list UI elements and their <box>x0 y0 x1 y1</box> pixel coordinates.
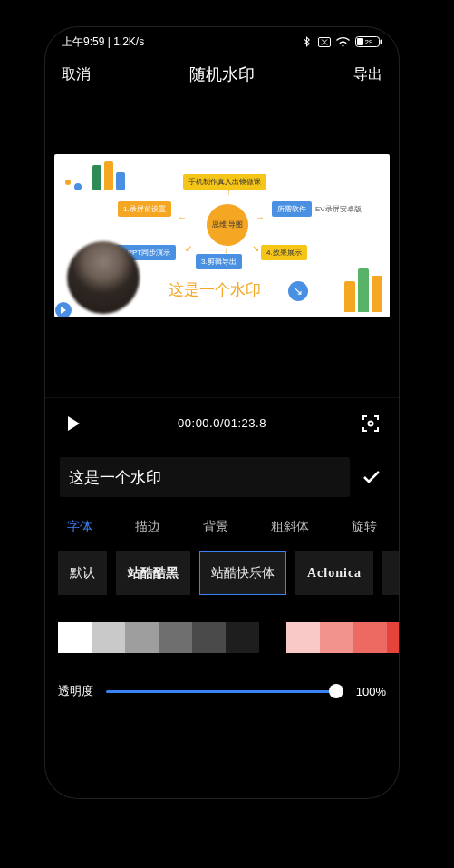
color-swatch[interactable] <box>192 622 226 653</box>
color-swatch[interactable] <box>320 622 353 653</box>
font-default[interactable]: 默认 <box>58 551 107 595</box>
watermark-text-input[interactable] <box>60 457 350 497</box>
color-palette <box>45 595 399 666</box>
font-zkkh[interactable]: 站酷酷黑 <box>116 551 190 595</box>
no-sim-icon <box>318 37 331 47</box>
color-swatch[interactable] <box>159 622 192 653</box>
tab-stroke[interactable]: 描边 <box>133 515 162 539</box>
confirm-button[interactable] <box>359 464 384 490</box>
nav-bar: 取消 随机水印 导出 <box>45 51 399 98</box>
mm-node: 4.效果展示 <box>261 245 307 260</box>
opacity-row: 透明度 100% <box>45 666 399 717</box>
color-swatch[interactable] <box>353 622 387 653</box>
tab-font[interactable]: 字体 <box>65 515 94 539</box>
mm-node: 所需软件 <box>272 201 312 217</box>
svg-rect-3 <box>357 38 363 45</box>
play-icon-small <box>55 302 72 317</box>
playback-time: 00:00.0/01:23.8 <box>178 416 266 430</box>
mm-node: 手机制作真人出镜微课 <box>183 174 266 190</box>
watermark-resize-handle[interactable]: ↘ <box>288 281 308 301</box>
mm-center: 思维 导图 <box>207 204 248 246</box>
opacity-label: 透明度 <box>58 683 93 699</box>
status-icons: 29 <box>304 36 382 47</box>
font-aclonica[interactable]: Aclonica <box>295 551 373 595</box>
play-button[interactable] <box>62 412 85 435</box>
avatar <box>67 241 140 314</box>
style-tabs: 字体 描边 背景 粗斜体 旋转 <box>45 506 399 551</box>
grayscale-swatches <box>58 622 259 653</box>
cancel-button[interactable]: 取消 <box>62 65 91 84</box>
svg-rect-2 <box>381 40 382 44</box>
export-button[interactable]: 导出 <box>353 65 382 84</box>
bluetooth-icon <box>304 36 313 47</box>
status-bar: 上午9:59 | 1.2K/s 29 <box>45 27 399 51</box>
mm-node: 1.录屏前设置 <box>118 201 171 217</box>
tab-background[interactable]: 背景 <box>201 515 230 539</box>
video-preview[interactable]: 手机制作真人出镜微课 1.录屏前设置 2.PPT同步演示 所需软件 4.效果展示… <box>45 98 399 397</box>
opacity-value: 100% <box>356 685 386 698</box>
decorative-bars <box>344 268 382 312</box>
watermark-input-row <box>45 448 399 506</box>
watermark-overlay[interactable]: 这是一个水印 <box>169 279 261 300</box>
fullscreen-button[interactable] <box>359 412 382 435</box>
tab-rotate[interactable]: 旋转 <box>350 515 379 539</box>
tab-bold-italic[interactable]: 粗斜体 <box>269 515 311 539</box>
preview-frame: 手机制作真人出镜微课 1.录屏前设置 2.PPT同步演示 所需软件 4.效果展示… <box>54 154 390 317</box>
slider-thumb[interactable] <box>329 684 343 698</box>
svg-point-5 <box>368 421 372 425</box>
playback-bar: 00:00.0/01:23.8 <box>45 397 399 448</box>
color-swatch[interactable] <box>125 622 159 653</box>
font-zkkl[interactable]: 站酷快乐体 <box>199 551 286 595</box>
red-swatches <box>286 622 399 653</box>
color-swatch[interactable] <box>387 622 399 653</box>
mm-node: 3.剪辑导出 <box>196 254 242 269</box>
opacity-slider[interactable] <box>106 682 343 700</box>
battery-icon: 29 <box>355 36 382 47</box>
font-options: 默认 站酷酷黑 站酷快乐体 Aclonica <box>45 551 399 595</box>
color-swatch[interactable] <box>286 622 320 653</box>
color-swatch[interactable] <box>92 622 125 653</box>
status-time: 上午9:59 | 1.2K/s <box>62 34 144 50</box>
font-more[interactable] <box>382 551 399 595</box>
mm-label: EV录屏安卓版 <box>315 204 362 214</box>
wifi-icon <box>336 37 350 47</box>
color-swatch[interactable] <box>58 622 92 653</box>
page-title: 随机水印 <box>189 63 255 85</box>
svg-text:29: 29 <box>365 38 373 46</box>
color-swatch[interactable] <box>226 622 259 653</box>
